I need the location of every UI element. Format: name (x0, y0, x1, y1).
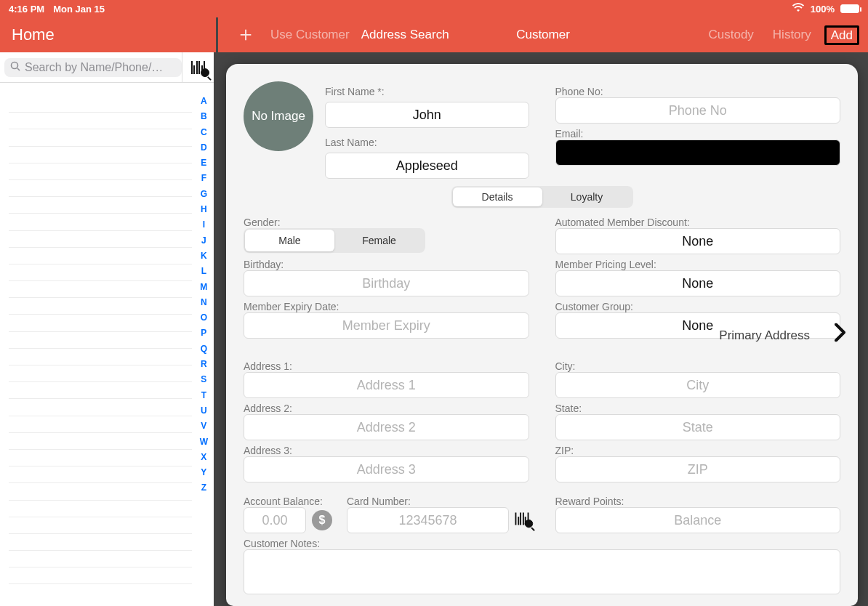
address-search-link[interactable]: Address Search (355, 28, 455, 42)
search-placeholder: Search by Name/Phone/… (25, 61, 163, 74)
status-time: 4:16 PM (9, 4, 44, 15)
address2-label: Address 2: (244, 403, 529, 414)
balance-label: Account Balance: (244, 496, 332, 507)
index-letter-k[interactable]: K (200, 251, 208, 261)
wifi-icon (792, 3, 805, 15)
birthday-input[interactable]: Birthday (244, 270, 529, 296)
page-title: Customer (516, 28, 570, 42)
address2-input[interactable]: Address 2 (244, 414, 529, 440)
customer-list[interactable]: ABCDEFGHIJKLMNOPQRSTUVWXYZ (0, 83, 214, 606)
gender-label: Gender: (244, 217, 529, 228)
customer-card: No Image First Name *: John Last Name: A… (226, 64, 858, 606)
index-letter-l[interactable]: L (200, 266, 208, 276)
index-letter-y[interactable]: Y (200, 467, 208, 477)
email-label: Email: (555, 128, 841, 140)
discount-select[interactable]: None (555, 228, 841, 254)
index-letter-r[interactable]: R (200, 359, 208, 369)
first-name-input[interactable]: John (325, 102, 529, 128)
index-letter-h[interactable]: H (200, 204, 208, 214)
gender-male[interactable]: Male (245, 230, 334, 251)
address1-label: Address 1: (244, 360, 529, 372)
address3-input[interactable]: Address 3 (244, 456, 529, 482)
add-icon[interactable]: ＋ (227, 20, 265, 49)
main-panel: No Image First Name *: John Last Name: A… (216, 52, 868, 606)
index-letter-m[interactable]: M (200, 282, 208, 292)
gender-toggle[interactable]: Male Female (244, 228, 425, 253)
index-letter-v[interactable]: V (200, 421, 208, 431)
index-letter-u[interactable]: U (200, 405, 208, 416)
card-number-label: Card Number: (347, 496, 529, 507)
currency-icon[interactable]: $ (312, 510, 332, 530)
next-page-chevron-icon[interactable] (835, 323, 846, 347)
battery-percent: 100% (811, 4, 835, 15)
expiry-input[interactable]: Member Expiry (244, 312, 529, 339)
birthday-label: Birthday: (244, 259, 529, 270)
barcode-scan-button[interactable] (515, 512, 529, 528)
email-input[interactable] (555, 140, 841, 166)
reward-input[interactable]: Balance (555, 507, 841, 533)
index-letter-c[interactable]: C (200, 127, 208, 137)
expiry-label: Member Expiry Date: (244, 301, 529, 312)
index-letter-t[interactable]: T (200, 390, 208, 400)
avatar-placeholder[interactable]: No Image (244, 81, 313, 151)
address3-label: Address 3: (244, 445, 529, 456)
add-button[interactable]: Add (831, 28, 853, 42)
index-letter-z[interactable]: Z (200, 482, 208, 493)
index-letter-f[interactable]: F (200, 173, 208, 183)
pricing-select[interactable]: None (555, 270, 841, 296)
index-letter-g[interactable]: G (200, 189, 208, 199)
card-number-input[interactable]: 12345678 (347, 507, 509, 533)
index-letter-j[interactable]: J (200, 235, 208, 246)
status-bar: 4:16 PM Mon Jan 15 100% (0, 0, 868, 17)
city-label: City: (555, 360, 841, 372)
city-input[interactable]: City (555, 372, 841, 398)
primary-address-heading: Primary Address (719, 328, 810, 343)
state-input[interactable]: State (555, 414, 841, 440)
gender-female[interactable]: Female (334, 230, 424, 251)
index-letter-n[interactable]: N (200, 297, 208, 307)
last-name-label: Last Name: (325, 137, 529, 148)
notes-label: Customer Notes: (244, 538, 840, 549)
index-letter-b[interactable]: B (200, 111, 208, 121)
last-name-input[interactable]: Appleseed (325, 153, 529, 179)
address1-input[interactable]: Address 1 (244, 372, 529, 398)
index-letter-o[interactable]: O (200, 312, 208, 323)
group-label: Customer Group: (555, 301, 841, 312)
alphabet-index[interactable]: ABCDEFGHIJKLMNOPQRSTUVWXYZ (200, 96, 208, 493)
state-label: State: (555, 403, 841, 414)
discount-label: Automated Member Discount: (555, 217, 841, 228)
home-title: Home (0, 25, 216, 44)
custody-link[interactable]: Custody (702, 28, 759, 42)
pricing-label: Member Pricing Level: (555, 259, 841, 270)
top-nav: Home ＋ Use Customer Address Search Custo… (0, 17, 868, 52)
use-customer-link[interactable]: Use Customer (265, 28, 355, 42)
tab-details[interactable]: Details (453, 187, 542, 206)
index-letter-d[interactable]: D (200, 142, 208, 153)
svg-line-1 (17, 68, 20, 70)
index-letter-q[interactable]: Q (200, 344, 208, 354)
balance-input[interactable]: 0.00 (244, 507, 306, 533)
svg-point-0 (12, 62, 18, 68)
index-letter-w[interactable]: W (200, 437, 208, 447)
history-link[interactable]: History (767, 28, 817, 42)
customer-sidebar: Search by Name/Phone/… ABCDEFGHIJKLMNOPQ… (0, 52, 216, 606)
details-loyalty-tabs[interactable]: Details Loyalty (451, 186, 633, 208)
search-icon (10, 61, 20, 74)
phone-label: Phone No: (555, 86, 841, 97)
add-button-wrapper[interactable]: Add (824, 25, 859, 45)
search-input[interactable]: Search by Name/Phone/… (4, 58, 182, 77)
index-letter-e[interactable]: E (200, 158, 208, 168)
zip-input[interactable]: ZIP (555, 456, 841, 482)
first-name-label: First Name *: (325, 86, 529, 97)
tab-loyalty[interactable]: Loyalty (542, 187, 632, 206)
zip-label: ZIP: (555, 445, 841, 456)
notes-textarea[interactable] (244, 549, 840, 594)
index-letter-p[interactable]: P (200, 328, 208, 338)
barcode-icon (515, 512, 529, 525)
index-letter-s[interactable]: S (200, 374, 208, 384)
phone-input[interactable]: Phone No (555, 97, 841, 124)
index-letter-i[interactable]: I (200, 219, 208, 230)
index-letter-x[interactable]: X (200, 452, 208, 462)
barcode-search-button[interactable] (182, 52, 214, 83)
index-letter-a[interactable]: A (200, 96, 208, 106)
